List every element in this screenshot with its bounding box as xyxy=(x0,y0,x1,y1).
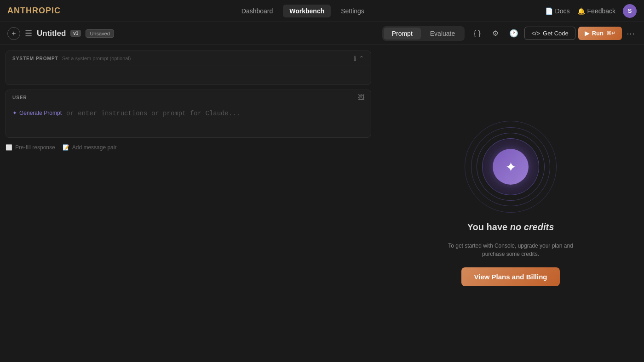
user-section-body[interactable]: ✦ Generate Prompt or enter instructions … xyxy=(6,105,371,137)
info-icon[interactable]: ℹ xyxy=(354,55,356,62)
view-plans-button[interactable]: View Plans and Billing xyxy=(461,267,560,286)
left-panel: SYSTEM PROMPT Set a system prompt (optio… xyxy=(0,45,377,362)
system-prompt-hint: Set a system prompt (optional) xyxy=(62,56,131,61)
nav-dashboard[interactable]: Dashboard xyxy=(235,5,280,17)
credits-title: You have no credits xyxy=(467,222,554,232)
toolbar-left: + ☰ Untitled v1 Unsaved xyxy=(7,27,378,40)
pre-fill-button[interactable]: ⬜ Pre-fill response xyxy=(6,144,55,151)
run-button[interactable]: ▶ Run ⌘↵ xyxy=(578,27,622,40)
doc-title: Untitled xyxy=(37,29,66,38)
credits-subtitle: To get started with Console, upgrade you… xyxy=(446,242,575,258)
nav-workbench[interactable]: Workbench xyxy=(283,5,331,17)
get-code-button[interactable]: </> Get Code xyxy=(524,27,575,40)
nav-right: 📄 Docs 🔔 Feedback S xyxy=(545,4,637,18)
tab-evaluate[interactable]: Evaluate xyxy=(422,28,463,40)
docs-button[interactable]: 📄 Docs xyxy=(545,7,570,15)
image-icon[interactable]: 🖼 xyxy=(358,94,364,101)
tab-group: Prompt Evaluate xyxy=(382,26,465,41)
settings-button[interactable]: ⚙ xyxy=(488,26,503,41)
right-panel: ✦ You have no credits To get started wit… xyxy=(377,45,644,362)
unsaved-badge: Unsaved xyxy=(86,29,114,38)
tab-prompt[interactable]: Prompt xyxy=(384,28,421,40)
book-icon: 📄 xyxy=(545,7,553,15)
bottom-actions: ⬜ Pre-fill response 📝 Add message pair xyxy=(6,142,371,153)
sparkle-icon: ✦ xyxy=(505,159,517,175)
system-prompt-header: SYSTEM PROMPT Set a system prompt (optio… xyxy=(6,51,371,66)
code-icon: </> xyxy=(531,30,540,37)
expand-icon[interactable]: ⌃ xyxy=(359,55,364,62)
system-prompt-label: SYSTEM PROMPT xyxy=(12,56,58,61)
toolbar-right: { } ⚙ 🕐 </> Get Code ▶ Run ⌘↵ ⋯ xyxy=(469,26,637,41)
more-options-button[interactable]: ⋯ xyxy=(625,27,637,40)
add-pair-icon: 📝 xyxy=(63,144,69,151)
system-prompt-actions: ℹ ⌃ xyxy=(354,55,364,62)
nav-center: Dashboard Workbench Settings xyxy=(235,5,371,17)
generate-prompt-button[interactable]: ✦ Generate Prompt xyxy=(12,110,62,116)
version-badge: v1 xyxy=(70,30,81,37)
user-section-header: USER 🖼 xyxy=(6,90,371,105)
history-button[interactable]: 🕐 xyxy=(506,26,522,41)
run-shortcut: ⌘↵ xyxy=(606,30,615,36)
avatar[interactable]: S xyxy=(623,4,637,18)
wand-icon: ✦ xyxy=(12,110,17,116)
user-label: USER xyxy=(12,95,27,100)
feedback-button[interactable]: 🔔 Feedback xyxy=(577,7,615,15)
concentric-rings: ✦ xyxy=(465,121,557,213)
user-section: USER 🖼 ✦ Generate Prompt or enter instru… xyxy=(6,90,371,138)
user-section-actions: 🖼 xyxy=(358,94,364,101)
sparkle-circle: ✦ xyxy=(493,149,529,185)
system-prompt-section: SYSTEM PROMPT Set a system prompt (optio… xyxy=(6,51,371,85)
add-button[interactable]: + xyxy=(7,27,20,40)
main-layout: SYSTEM PROMPT Set a system prompt (optio… xyxy=(0,45,644,362)
feedback-icon: 🔔 xyxy=(577,7,585,15)
system-prompt-body[interactable] xyxy=(6,66,371,85)
app-logo: ANTHROPIC xyxy=(7,6,61,16)
toolbar: + ☰ Untitled v1 Unsaved Prompt Evaluate … xyxy=(0,22,644,45)
pre-fill-icon: ⬜ xyxy=(6,144,12,151)
variables-button[interactable]: { } xyxy=(469,26,485,41)
list-icon[interactable]: ☰ xyxy=(25,28,32,39)
add-pair-button[interactable]: 📝 Add message pair xyxy=(63,144,117,151)
play-icon: ▶ xyxy=(585,30,589,37)
top-nav: ANTHROPIC Dashboard Workbench Settings 📄… xyxy=(0,0,644,22)
nav-settings[interactable]: Settings xyxy=(334,5,371,17)
user-placeholder: or enter instructions or prompt for Clau… xyxy=(66,110,240,117)
